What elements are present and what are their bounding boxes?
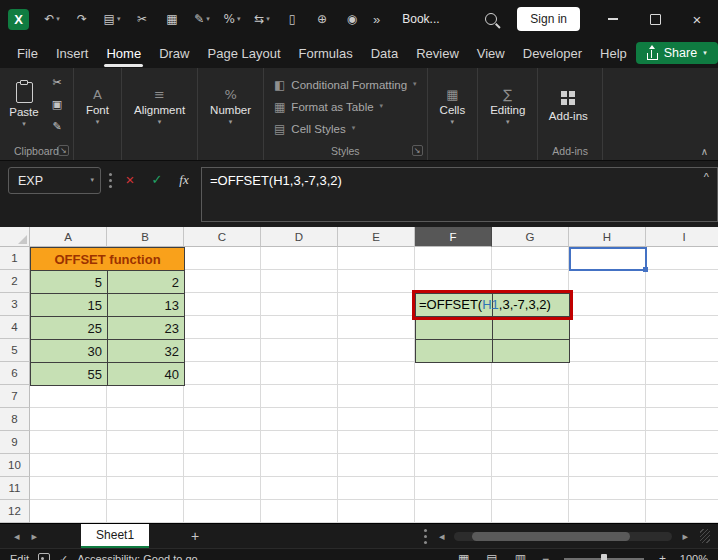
row-header-5[interactable]: 5: [0, 339, 30, 362]
scroll-left-button[interactable]: ◂: [433, 530, 451, 543]
in-cell-formula[interactable]: =OFFSET(H1,3,-7,3,2): [419, 293, 567, 316]
previous-sheet-button[interactable]: ◂: [8, 530, 26, 543]
menu-tab-page-layout[interactable]: Page Layout: [199, 40, 290, 67]
row-header-2[interactable]: 2: [0, 270, 30, 293]
search-button[interactable]: [477, 5, 505, 33]
alignment-group-button[interactable]: ≡Alignment▾: [126, 74, 193, 140]
row-header-12[interactable]: 12: [0, 500, 30, 523]
column-header-B[interactable]: B: [107, 227, 184, 247]
page-layout-view-button[interactable]: ▤: [482, 552, 501, 560]
cell-A2[interactable]: 5: [30, 270, 108, 294]
row-header-4[interactable]: 4: [0, 316, 30, 339]
cell-B2[interactable]: 2: [107, 270, 185, 294]
normal-view-button[interactable]: ▦: [454, 552, 473, 560]
merged-title-cell[interactable]: OFFSET function: [30, 247, 185, 271]
share-button[interactable]: Share ▾: [636, 42, 718, 64]
number-group-button[interactable]: %Number▾: [202, 74, 259, 140]
accessibility-status[interactable]: Accessibility: Good to go: [77, 553, 197, 560]
horizontal-scrollbar-track[interactable]: [454, 532, 672, 541]
horizontal-scrollbar-thumb[interactable]: [472, 532, 630, 541]
copy-button[interactable]: ▣: [47, 96, 67, 113]
column-header-F[interactable]: F: [415, 227, 492, 247]
menu-tab-home[interactable]: Home: [97, 40, 150, 67]
cells-group-button[interactable]: ▦Cells▾: [432, 74, 474, 140]
cell-A5[interactable]: 30: [30, 339, 108, 363]
next-sheet-button[interactable]: ▸: [26, 530, 44, 543]
undo-button[interactable]: ↶▾: [37, 6, 67, 32]
cell-B6[interactable]: 40: [107, 362, 185, 386]
editing-group-button[interactable]: ∑Editing▾: [482, 74, 533, 140]
menu-tab-data[interactable]: Data: [362, 40, 407, 67]
menu-tab-view[interactable]: View: [468, 40, 514, 67]
column-header-A[interactable]: A: [30, 227, 107, 247]
add-sheet-button[interactable]: +: [183, 528, 207, 544]
tab-splitter-handle[interactable]: [424, 535, 427, 538]
clipboard-dialog-launcher[interactable]: ↘: [58, 145, 69, 156]
zoom-out-button[interactable]: −: [539, 552, 552, 560]
camera-button[interactable]: ◉: [337, 6, 367, 32]
column-header-E[interactable]: E: [338, 227, 415, 247]
font-group-button[interactable]: AFont▾: [78, 74, 117, 140]
cell-B4[interactable]: 23: [107, 316, 185, 340]
column-header-I[interactable]: I: [646, 227, 718, 247]
format-painter-button[interactable]: ✎: [47, 118, 67, 135]
switch-windows-button[interactable]: ⇆▾: [247, 6, 277, 32]
qat-overflow-button[interactable]: »: [367, 12, 386, 27]
formula-input[interactable]: =OFFSET(H1,3,-7,3,2) ^: [201, 167, 718, 222]
close-button[interactable]: ×: [676, 0, 718, 38]
row-header-11[interactable]: 11: [0, 477, 30, 500]
row-header-1[interactable]: 1: [0, 247, 30, 270]
menu-tab-insert[interactable]: Insert: [47, 40, 98, 67]
cut-button[interactable]: ✂: [127, 6, 157, 32]
row-header-7[interactable]: 7: [0, 385, 30, 408]
insert-function-button[interactable]: fx: [174, 167, 194, 192]
styles-dialog-launcher[interactable]: ↘: [412, 145, 423, 156]
add-ins-button[interactable]: Add-ins: [542, 74, 594, 140]
select-all-button[interactable]: [0, 227, 30, 247]
row-header-8[interactable]: 8: [0, 408, 30, 431]
menu-tab-help[interactable]: Help: [591, 40, 636, 67]
minimize-button[interactable]: [592, 0, 634, 38]
cut-button[interactable]: ✂: [47, 74, 67, 91]
column-header-H[interactable]: H: [569, 227, 646, 247]
column-header-C[interactable]: C: [184, 227, 261, 247]
column-header-G[interactable]: G: [492, 227, 569, 247]
redo-button[interactable]: ↷: [67, 6, 97, 32]
conditional-formatting-button[interactable]: ◧Conditional Formatting▾: [268, 76, 423, 94]
format-as-table-button[interactable]: ▦Format as Table▾: [268, 98, 423, 116]
collapse-ribbon-button[interactable]: ∧: [701, 146, 708, 157]
sign-in-button[interactable]: Sign in: [517, 7, 580, 31]
clipboard-history-button[interactable]: ▤▾: [97, 6, 127, 32]
format-painter-button[interactable]: ✎▾: [187, 6, 217, 32]
paste-button[interactable]: Paste ▾: [4, 71, 44, 137]
zoom-in-button[interactable]: +: [656, 552, 669, 560]
scroll-right-button[interactable]: ▸: [676, 530, 694, 543]
page-break-view-button[interactable]: ▥: [511, 552, 530, 560]
sheet-tab-sheet1[interactable]: Sheet1: [81, 524, 149, 548]
percent-style-button[interactable]: %▾: [217, 6, 247, 32]
menu-tab-review[interactable]: Review: [407, 40, 468, 67]
row-header-3[interactable]: 3: [0, 293, 30, 316]
cancel-button[interactable]: ×: [120, 167, 140, 192]
menu-tab-file[interactable]: File: [8, 40, 47, 67]
cells-area[interactable]: OFFSET function521513252330325540=OFFSET…: [30, 247, 718, 523]
cell-A6[interactable]: 55: [30, 362, 108, 386]
name-box[interactable]: EXP ▾: [8, 167, 101, 194]
insert-object-button[interactable]: ⊕: [307, 6, 337, 32]
cell-A3[interactable]: 15: [30, 293, 108, 317]
copy-picture-button[interactable]: ▦: [157, 6, 187, 32]
formula-bar-handle[interactable]: [109, 179, 112, 182]
zoom-level[interactable]: 100%: [678, 553, 708, 560]
cell-styles-button[interactable]: ▤Cell Styles▾: [268, 120, 423, 138]
menu-tab-developer[interactable]: Developer: [514, 40, 591, 67]
row-header-6[interactable]: 6: [0, 362, 30, 385]
maximize-button[interactable]: [634, 0, 676, 38]
collapse-formula-bar-button[interactable]: ^: [704, 171, 709, 183]
menu-tab-formulas[interactable]: Formulas: [290, 40, 362, 67]
cell-B3[interactable]: 13: [107, 293, 185, 317]
row-header-9[interactable]: 9: [0, 431, 30, 454]
cell-B5[interactable]: 32: [107, 339, 185, 363]
zoom-slider-thumb[interactable]: [601, 554, 607, 560]
resize-grip[interactable]: [700, 529, 710, 543]
menu-tab-draw[interactable]: Draw: [150, 40, 198, 67]
